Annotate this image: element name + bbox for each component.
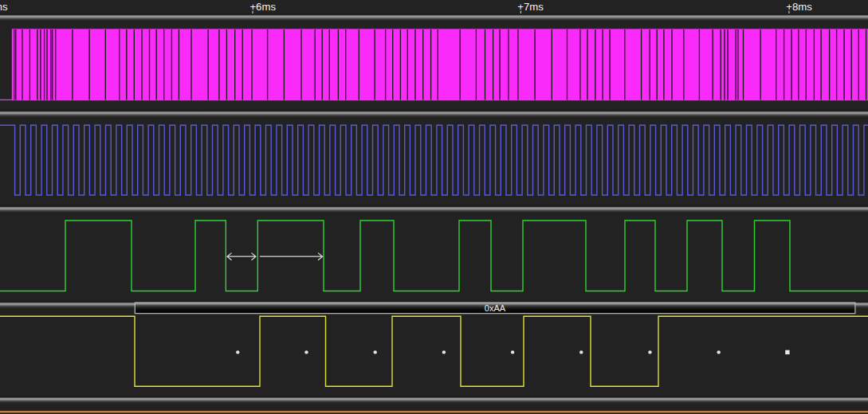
svg-text:0xAA: 0xAA	[485, 303, 506, 313]
svg-text:+6ms: +6ms	[249, 1, 276, 13]
svg-text:+7ms: +7ms	[517, 1, 544, 13]
svg-text:+5ms: +5ms	[0, 1, 8, 13]
svg-text:+8ms: +8ms	[786, 1, 812, 13]
